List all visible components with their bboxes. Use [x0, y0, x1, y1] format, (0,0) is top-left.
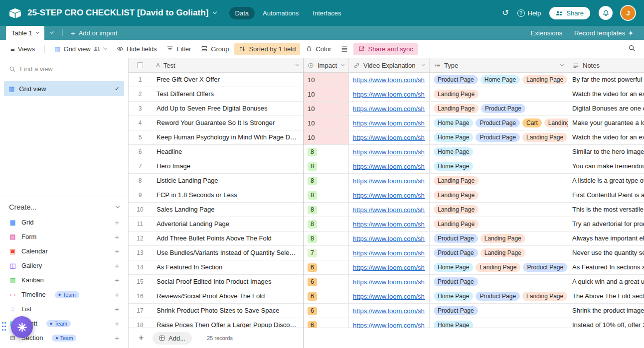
loom-link[interactable]: https://www.loom.com/sh... — [353, 278, 425, 286]
cell-type[interactable]: Landing Page — [430, 174, 568, 188]
find-view-input[interactable] — [20, 65, 105, 73]
cell-test[interactable]: Test Different Offers — [152, 87, 303, 101]
cell-video-link[interactable]: https://www.loom.com/sh... — [349, 116, 430, 130]
add-view-button[interactable]: + — [115, 290, 119, 299]
cell-type[interactable]: Home PageLanding PageProduct Page — [430, 260, 568, 274]
create-view-item-timeline[interactable]: ▭Timeline◆Team+ — [0, 287, 128, 302]
cell-type[interactable]: Product Page — [430, 275, 568, 289]
tab-table-1[interactable]: Table 1 — [6, 26, 44, 40]
cell-impact[interactable]: 6 — [303, 260, 349, 274]
cell-test[interactable]: Add Up to Seven Free Digital Bonuses — [152, 102, 303, 116]
cell-notes[interactable]: Make your guarantee a lot — [568, 116, 644, 130]
cell-notes[interactable]: You can make tremendous — [568, 159, 644, 173]
nav-tab-automations[interactable]: Automations — [257, 7, 305, 19]
cell-impact[interactable]: 8 — [303, 217, 349, 231]
cell-notes[interactable]: A quick win and a great us — [568, 275, 644, 289]
row-number[interactable]: 17 — [129, 304, 152, 318]
nav-tab-interfaces[interactable]: Interfaces — [307, 7, 347, 19]
loom-link[interactable]: https://www.loom.com/sh... — [353, 119, 425, 127]
row-height-button[interactable] — [336, 43, 352, 55]
cell-notes[interactable]: Instead of 10% off, offer 2 — [568, 318, 644, 328]
cell-type[interactable]: Home Page — [430, 159, 568, 173]
cell-type[interactable]: Home Page — [430, 145, 568, 159]
cell-type[interactable]: Home PageProduct PageLanding Page — [430, 289, 568, 303]
cell-test[interactable]: Reviews/Social Proof Above The Fold — [152, 289, 303, 303]
row-number[interactable]: 13 — [129, 246, 152, 260]
cell-test[interactable]: As Featured In Section — [152, 260, 303, 274]
frozen-column-divider[interactable] — [303, 58, 304, 348]
filter-button[interactable]: Filter — [162, 43, 195, 55]
share-and-sync-button[interactable]: Share and sync — [353, 43, 417, 55]
cell-type[interactable]: Home PageProduct PageLanding Page — [430, 130, 568, 144]
cell-impact[interactable]: 6 — [303, 304, 349, 318]
row-number[interactable]: 12 — [129, 232, 152, 245]
sidebar-item-grid-view[interactable]: ▦ Grid view ✓ — [4, 81, 124, 96]
create-view-item-gallery[interactable]: ◫Gallery+ — [0, 258, 128, 273]
cell-video-link[interactable]: https://www.loom.com/sh... — [349, 130, 430, 144]
cell-video-link[interactable]: https://www.loom.com/sh... — [349, 289, 430, 303]
cell-video-link[interactable]: https://www.loom.com/sh... — [349, 73, 430, 87]
select-all-cell[interactable] — [129, 58, 152, 72]
cell-type[interactable]: Landing Page — [430, 188, 568, 202]
row-number[interactable]: 16 — [129, 289, 152, 303]
cell-test[interactable]: FCP in 1.8 Seconds or Less — [152, 188, 303, 202]
drag-handle[interactable] — [2, 322, 7, 333]
cell-test[interactable]: Advertorial Landing Page — [152, 217, 303, 231]
cell-impact[interactable]: 10 — [303, 130, 349, 144]
column-header-type[interactable]: Type — [430, 58, 568, 72]
cell-notes[interactable]: As Featured In sections ar — [568, 260, 644, 274]
loom-link[interactable]: https://www.loom.com/sh... — [353, 264, 425, 271]
create-view-item-kanban[interactable]: ▥Kanban+ — [0, 273, 128, 287]
row-number[interactable]: 7 — [129, 159, 152, 173]
loom-link[interactable]: https://www.loom.com/sh... — [353, 192, 425, 199]
loom-link[interactable]: https://www.loom.com/sh... — [353, 163, 425, 170]
add-view-button[interactable]: + — [115, 305, 119, 313]
cell-type[interactable]: Home PageProduct PageCartLanding Page — [430, 116, 568, 130]
add-view-button[interactable]: + — [115, 232, 119, 241]
cell-test[interactable]: Sales Landing Page — [152, 203, 303, 217]
row-number[interactable]: 11 — [129, 217, 152, 231]
cell-video-link[interactable]: https://www.loom.com/sh... — [349, 275, 430, 289]
loom-link[interactable]: https://www.loom.com/sh... — [353, 307, 425, 315]
cell-video-link[interactable]: https://www.loom.com/sh... — [349, 246, 430, 260]
color-button[interactable]: Color — [301, 43, 335, 55]
avatar[interactable]: J — [621, 6, 635, 20]
cell-impact[interactable]: 10 — [303, 116, 349, 130]
cell-test[interactable]: Use Bundles/Variants Instead of Quantity… — [152, 246, 303, 260]
row-number[interactable]: 10 — [129, 203, 152, 217]
create-view-item-calendar[interactable]: ▣Calendar+ — [0, 244, 128, 258]
views-button[interactable]: ≡ Views — [6, 43, 39, 55]
loom-link[interactable]: https://www.loom.com/sh... — [353, 148, 425, 156]
add-view-button[interactable]: + — [115, 247, 119, 255]
cell-video-link[interactable]: https://www.loom.com/sh... — [349, 87, 430, 101]
cell-impact[interactable]: 8 — [303, 232, 349, 245]
cell-test[interactable]: Free Gift Over X Offer — [152, 73, 303, 87]
cell-video-link[interactable]: https://www.loom.com/sh... — [349, 232, 430, 245]
cell-impact[interactable]: 8 — [303, 145, 349, 159]
cell-type[interactable]: Product Page — [430, 304, 568, 318]
cell-type[interactable]: Product PageLanding Page — [430, 232, 568, 245]
cell-video-link[interactable]: https://www.loom.com/sh... — [349, 203, 430, 217]
cell-video-link[interactable]: https://www.loom.com/sh... — [349, 318, 430, 328]
notifications-button[interactable] — [599, 6, 613, 20]
airtable-logo-icon[interactable] — [9, 8, 21, 18]
cell-test[interactable]: Keep Human Psychology in Mind With Page … — [152, 130, 303, 144]
add-row-menu-button[interactable]: Add... — [153, 332, 192, 345]
history-icon[interactable]: ↺ — [502, 9, 508, 17]
row-number[interactable]: 1 — [129, 73, 152, 87]
cell-video-link[interactable]: https://www.loom.com/sh... — [349, 174, 430, 188]
cell-test[interactable]: Reword Your Guarantee So It Is Stronger — [152, 116, 303, 130]
loom-link[interactable]: https://www.loom.com/sh... — [353, 105, 425, 113]
extensions-button[interactable]: Extensions — [525, 29, 568, 37]
cell-impact[interactable]: 6 — [303, 275, 349, 289]
cell-impact[interactable]: 8 — [303, 203, 349, 217]
cell-test[interactable]: Hero Image — [152, 159, 303, 173]
cell-test[interactable]: Raise Prices Then Offer a Larger Popup D… — [152, 318, 303, 328]
add-view-button[interactable]: + — [115, 319, 119, 328]
create-view-item-form[interactable]: ▤Form+ — [0, 230, 128, 244]
row-number[interactable]: 9 — [129, 188, 152, 202]
column-header-notes[interactable]: Notes — [568, 58, 644, 72]
cell-notes[interactable]: Watch the video for an exp — [568, 130, 644, 144]
cell-notes[interactable]: Never use the quantity sel — [568, 246, 644, 260]
cell-notes[interactable]: Try an advertorial for prod — [568, 217, 644, 231]
